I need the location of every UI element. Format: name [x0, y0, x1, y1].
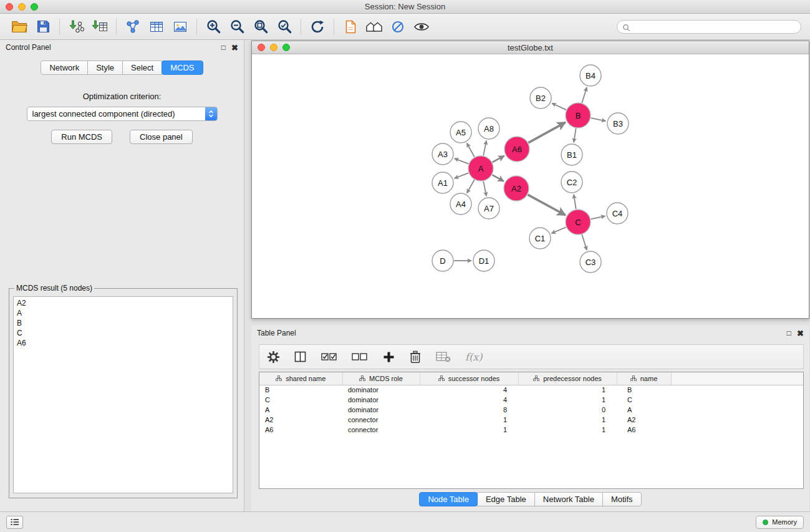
task-history-button[interactable]: [6, 516, 23, 529]
table-row[interactable]: A6connector11A6: [259, 425, 803, 435]
open-session-button[interactable]: [7, 16, 31, 37]
table-float-panel-icon[interactable]: □: [787, 329, 791, 337]
table-row[interactable]: Bdominator41B: [259, 385, 803, 395]
table-cell[interactable]: C: [259, 395, 342, 405]
table-cell[interactable]: A: [617, 405, 671, 415]
table-cell[interactable]: connector: [342, 425, 420, 435]
graphics-details-button[interactable]: [386, 16, 410, 37]
graph-node-B1[interactable]: B1: [561, 144, 582, 165]
graph-node-C[interactable]: C: [566, 210, 591, 235]
table-cell[interactable]: 1: [518, 385, 617, 395]
table-cell[interactable]: 1: [518, 395, 617, 405]
table-settings-button[interactable]: [267, 351, 280, 364]
table-cell[interactable]: A6: [617, 425, 671, 435]
mcds-result-item[interactable]: A2: [14, 298, 233, 308]
show-hide-button[interactable]: [410, 16, 433, 37]
zoom-fit-button[interactable]: [249, 16, 272, 37]
mcds-result-item[interactable]: B: [14, 318, 233, 328]
table-cell[interactable]: A6: [259, 425, 342, 435]
graph-node-A3[interactable]: A3: [432, 143, 453, 165]
table-cell[interactable]: B: [617, 385, 671, 395]
add-column-button[interactable]: [382, 351, 395, 363]
graph-node-C3[interactable]: C3: [580, 251, 601, 273]
first-neighbors-button[interactable]: [362, 16, 386, 37]
tab-node-table[interactable]: Node Table: [419, 492, 478, 506]
close-window-button[interactable]: [6, 3, 13, 11]
graph-edge-B-B4[interactable]: [582, 87, 587, 103]
network-window-titlebar[interactable]: testGlobe.txt: [252, 41, 809, 54]
tab-edge-table[interactable]: Edge Table: [477, 492, 535, 506]
column-header-name[interactable]: name: [617, 372, 671, 385]
graph-node-A5[interactable]: A5: [450, 122, 471, 143]
graph-edge-A-A6[interactable]: [493, 156, 504, 162]
deselect-all-button[interactable]: [352, 352, 368, 362]
apply-layout-button[interactable]: [306, 16, 329, 37]
table-cell[interactable]: A: [259, 405, 342, 415]
graph-node-D1[interactable]: D1: [473, 250, 494, 271]
table-cell[interactable]: 1: [420, 415, 518, 425]
float-panel-icon[interactable]: □: [221, 44, 226, 51]
graph-edge-A2-C[interactable]: [528, 195, 565, 215]
tab-network[interactable]: Network: [41, 60, 88, 75]
save-session-button[interactable]: [31, 16, 55, 37]
graph-edge-C-C1[interactable]: [551, 227, 566, 233]
function-builder-button[interactable]: f(x): [465, 351, 482, 363]
network-document-button[interactable]: [339, 16, 362, 37]
column-header-predecessor-nodes[interactable]: predecessor nodes: [518, 372, 617, 385]
graph-edge-A6-B[interactable]: [528, 122, 565, 143]
import-table-button[interactable]: [88, 16, 112, 37]
search-input[interactable]: [617, 20, 801, 34]
zoom-out-button[interactable]: [225, 16, 249, 37]
tab-select[interactable]: Select: [122, 60, 162, 75]
mcds-result-item[interactable]: A6: [14, 338, 233, 348]
table-cell[interactable]: A2: [617, 415, 671, 425]
network-canvas[interactable]: AA2A6BCA1A3A4A5A7A8B1B2B3B4C1C2C3C4DD1: [252, 55, 809, 318]
network-minimize-button[interactable]: [270, 44, 277, 51]
table-cell[interactable]: connector: [342, 415, 420, 425]
graph-node-B[interactable]: B: [566, 103, 591, 128]
select-all-button[interactable]: [321, 352, 337, 362]
table-cell[interactable]: 1: [420, 425, 518, 435]
network-zoom-button[interactable]: [282, 44, 290, 51]
graph-node-B4[interactable]: B4: [580, 65, 601, 86]
table-cell[interactable]: 1: [518, 415, 617, 425]
table-cell[interactable]: C: [617, 395, 671, 405]
graph-edge-A-A1[interactable]: [455, 173, 469, 178]
table-cell[interactable]: 4: [420, 385, 518, 395]
import-network-button[interactable]: [64, 16, 88, 37]
column-header-shared-name[interactable]: shared name: [259, 372, 342, 385]
graph-node-A4[interactable]: A4: [450, 193, 471, 215]
table-cell[interactable]: dominator: [342, 405, 420, 415]
table-cell[interactable]: 4: [420, 395, 518, 405]
table-cell[interactable]: dominator: [342, 395, 420, 405]
delete-column-button[interactable]: [409, 351, 422, 364]
memory-button[interactable]: Memory: [756, 516, 804, 529]
run-mcds-button[interactable]: Run MCDS: [51, 130, 112, 144]
table-cell[interactable]: 0: [518, 405, 617, 415]
graph-edge-B-B1[interactable]: [574, 128, 576, 143]
table-cell[interactable]: A2: [259, 415, 342, 425]
graph-edge-A-A8[interactable]: [483, 141, 486, 156]
delete-table-button[interactable]: [436, 351, 451, 362]
table-close-panel-icon[interactable]: ✖: [797, 329, 804, 337]
table-cell[interactable]: 1: [518, 425, 617, 435]
table-cell[interactable]: dominator: [342, 385, 420, 395]
graph-node-A7[interactable]: A7: [478, 198, 499, 219]
table-row[interactable]: A2connector11A2: [259, 415, 803, 425]
export-image-button[interactable]: [168, 16, 192, 37]
mcds-result-item[interactable]: C: [14, 328, 233, 338]
graph-edge-C-C3[interactable]: [582, 235, 587, 250]
graph-edge-A-A4[interactable]: [467, 180, 475, 193]
graph-node-A1[interactable]: A1: [432, 172, 453, 193]
tab-mcds[interactable]: MCDS: [162, 60, 203, 75]
graph-node-A8[interactable]: A8: [478, 118, 499, 139]
graph-node-B3[interactable]: B3: [607, 113, 629, 134]
new-table-button[interactable]: [145, 16, 168, 37]
tab-style[interactable]: Style: [87, 60, 123, 75]
graph-edge-C-C4[interactable]: [591, 216, 605, 219]
optimization-criterion-select[interactable]: largest connected component (directed): [27, 107, 218, 121]
graph-edge-A-A7[interactable]: [483, 181, 486, 196]
graph-edge-C-C2[interactable]: [574, 195, 576, 209]
graph-edge-A-A5[interactable]: [467, 143, 475, 157]
tab-network-table[interactable]: Network Table: [534, 492, 603, 506]
